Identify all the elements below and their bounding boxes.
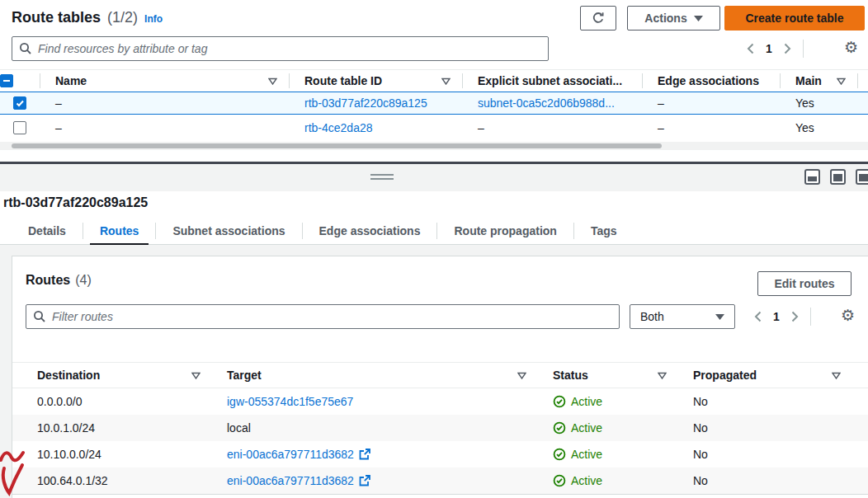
routes-settings-gear-icon[interactable]: ⚙	[841, 308, 855, 323]
column-header-route-table-id[interactable]: Route table ID	[289, 73, 462, 88]
edit-routes-button[interactable]: Edit routes	[757, 271, 851, 296]
page-count: (1/2)	[107, 9, 138, 26]
select-all-checkbox-indeterminate[interactable]	[0, 74, 13, 87]
tab-subnet-associations[interactable]: Subnet associations	[156, 218, 301, 244]
sort-icon[interactable]	[837, 74, 846, 87]
refresh-icon	[592, 12, 605, 25]
column-header-propagated[interactable]: Propagated	[682, 369, 856, 382]
cell-destination: 10.10.0.0/24	[26, 448, 215, 461]
cell-status: Active	[541, 448, 682, 461]
external-link-icon[interactable]	[359, 475, 370, 486]
column-header-name[interactable]: Name	[40, 73, 289, 88]
cell-subnet: –	[462, 121, 642, 134]
column-header-target[interactable]: Target	[215, 369, 541, 382]
cell-destination: 10.0.1.0/24	[26, 421, 215, 435]
status-active-icon	[553, 421, 566, 435]
detail-panel-background: Routes (4) Edit routes Filter routes Bot…	[0, 245, 868, 498]
cell-status: Active	[541, 395, 682, 408]
layout-side-panel-icon[interactable]	[856, 169, 868, 185]
find-resources-input[interactable]: Find resources by attribute or tag	[12, 36, 549, 61]
cell-target: local	[215, 421, 541, 435]
target-link[interactable]: eni-00ac6a797711d3682	[227, 448, 354, 461]
filter-routes-input[interactable]: Filter routes	[26, 304, 620, 329]
column-header-edge-associations[interactable]: Edge associations	[642, 73, 780, 88]
refresh-button[interactable]	[580, 6, 616, 31]
sort-icon[interactable]	[191, 369, 200, 382]
table-settings-gear-icon[interactable]: ⚙	[844, 40, 858, 55]
column-header-spacer	[857, 73, 868, 88]
prev-page-icon[interactable]	[754, 311, 762, 322]
sort-icon[interactable]	[268, 74, 277, 87]
tab-details[interactable]: Details	[12, 218, 83, 244]
next-page-icon[interactable]	[791, 311, 799, 322]
sort-icon[interactable]	[441, 74, 451, 87]
page-header: Route tables (1/2) Info	[12, 9, 163, 26]
next-page-icon[interactable]	[784, 43, 791, 54]
target-link[interactable]: igw-055374dc1f5e75e67	[227, 395, 353, 408]
actions-button[interactable]: Actions	[627, 6, 720, 31]
layout-full-panel-icon[interactable]	[830, 169, 846, 185]
route-row[interactable]: 10.0.1.0/24 local Active No	[12, 415, 868, 441]
column-header-status[interactable]: Status	[541, 369, 682, 382]
selected-route-table-heading: rtb-03d77af220c89a125	[3, 195, 148, 210]
column-header-destination[interactable]: Destination	[26, 369, 215, 382]
status-active-icon	[553, 474, 566, 487]
sort-icon[interactable]	[658, 369, 667, 382]
table-row[interactable]: – rtb-4ce2da28 – – Yes	[0, 115, 868, 140]
cell-name: –	[40, 121, 289, 134]
cell-destination: 100.64.0.1/32	[26, 474, 215, 487]
split-drag-handle-icon[interactable]	[370, 174, 394, 182]
external-link-icon[interactable]	[359, 449, 370, 460]
route-type-select-value: Both	[640, 310, 664, 323]
routes-count: (4)	[75, 273, 92, 288]
cell-main: Yes	[780, 96, 857, 110]
sort-icon[interactable]	[517, 369, 526, 382]
route-type-select[interactable]: Both	[630, 304, 735, 329]
column-header-main[interactable]: Main	[780, 73, 857, 88]
route-table-id-link[interactable]: rtb-03d77af220c89a125	[304, 96, 427, 110]
search-icon	[19, 42, 32, 55]
routes-card: Routes (4) Edit routes Filter routes Bot…	[12, 256, 868, 498]
table-row[interactable]: – rtb-03d77af220c89a125 subnet-0ca5c2d06…	[0, 92, 868, 115]
create-route-table-label: Create route table	[745, 12, 843, 25]
actions-button-label: Actions	[644, 12, 686, 25]
current-page[interactable]: 1	[766, 42, 772, 55]
pager-divider	[803, 40, 804, 58]
search-icon	[33, 310, 46, 323]
current-page[interactable]: 1	[773, 310, 780, 323]
row-checkbox-checked[interactable]	[13, 96, 26, 110]
filter-routes-placeholder: Filter routes	[52, 310, 113, 323]
status-active-icon	[553, 448, 566, 461]
create-route-table-button[interactable]: Create route table	[724, 6, 865, 31]
tab-edge-associations[interactable]: Edge associations	[303, 218, 437, 244]
tab-routes[interactable]: Routes	[83, 218, 155, 244]
status-active-icon	[553, 395, 566, 408]
route-tables-header-row: Name Route table ID Explicit subnet asso…	[0, 69, 868, 92]
subnet-association-link[interactable]: subnet-0ca5c2d06b988d...	[478, 96, 615, 110]
cell-name: –	[40, 96, 289, 110]
route-table-id-link[interactable]: rtb-4ce2da28	[304, 121, 373, 134]
caret-down-icon	[715, 314, 724, 320]
info-link[interactable]: Info	[144, 13, 163, 25]
tab-tags[interactable]: Tags	[574, 218, 634, 244]
caret-down-icon	[694, 16, 703, 21]
cell-destination: 0.0.0.0/0	[26, 395, 215, 408]
route-row[interactable]: 100.64.0.1/32 eni-00ac6a797711d3682 Acti…	[12, 467, 868, 494]
prev-page-icon[interactable]	[747, 43, 754, 54]
sort-icon[interactable]	[832, 369, 841, 382]
tab-route-propagation[interactable]: Route propagation	[437, 218, 573, 244]
detail-tabs: Details Routes Subnet associations Edge …	[0, 218, 868, 245]
cell-propagated: No	[682, 421, 856, 435]
row-checkbox-unchecked[interactable]	[13, 121, 26, 134]
layout-bottom-panel-icon[interactable]	[804, 169, 820, 185]
find-resources-placeholder: Find resources by attribute or tag	[38, 42, 207, 55]
pager-divider	[810, 308, 811, 326]
split-panel-bar	[0, 164, 868, 191]
route-row[interactable]: 10.10.0.0/24 eni-00ac6a797711d3682 Activ…	[12, 441, 868, 467]
horizontal-scrollbar-thumb[interactable]	[12, 143, 662, 148]
target-link[interactable]: eni-00ac6a797711d3682	[227, 474, 354, 487]
route-row[interactable]: 0.0.0.0/0 igw-055374dc1f5e75e67 Active N…	[12, 388, 868, 415]
column-header-explicit-subnet[interactable]: Explicit subnet associati...	[462, 73, 642, 88]
select-all-cell	[0, 73, 40, 88]
routes-header-row: Destination Target Status Propagated	[12, 362, 868, 388]
